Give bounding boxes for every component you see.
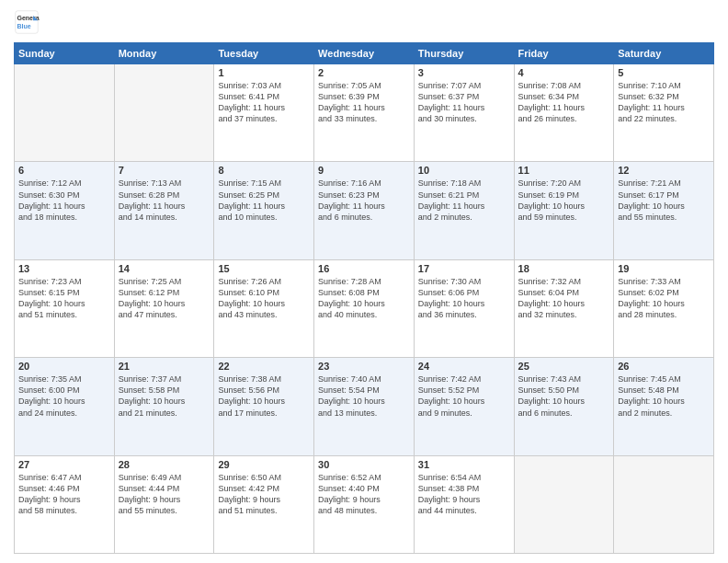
day-number: 11 <box>518 165 610 176</box>
calendar-cell: 9Sunrise: 7:16 AM Sunset: 6:23 PM Daylig… <box>314 162 415 259</box>
day-number: 18 <box>518 263 610 274</box>
cell-daylight-info: Sunrise: 7:43 AM Sunset: 5:50 PM Dayligh… <box>518 373 610 419</box>
cell-daylight-info: Sunrise: 7:03 AM Sunset: 6:41 PM Dayligh… <box>218 80 310 125</box>
cell-daylight-info: Sunrise: 7:18 AM Sunset: 6:21 PM Dayligh… <box>418 178 510 223</box>
cell-daylight-info: Sunrise: 7:33 AM Sunset: 6:02 PM Dayligh… <box>618 276 710 321</box>
calendar-header-saturday: Saturday <box>614 43 714 64</box>
day-number: 27 <box>18 459 110 470</box>
day-number: 13 <box>18 263 110 274</box>
calendar-cell: 23Sunrise: 7:40 AM Sunset: 5:54 PM Dayli… <box>314 358 415 455</box>
day-number: 26 <box>618 361 710 372</box>
calendar-cell <box>114 64 214 162</box>
calendar-cell: 26Sunrise: 7:45 AM Sunset: 5:48 PM Dayli… <box>614 358 714 455</box>
calendar-header-friday: Friday <box>514 43 614 64</box>
svg-text:Blue: Blue <box>17 23 31 29</box>
calendar-cell: 17Sunrise: 7:30 AM Sunset: 6:06 PM Dayli… <box>414 259 514 357</box>
cell-daylight-info: Sunrise: 7:10 AM Sunset: 6:32 PM Dayligh… <box>618 80 710 125</box>
header: General Blue <box>14 9 714 35</box>
calendar-week-row: 6Sunrise: 7:12 AM Sunset: 6:30 PM Daylig… <box>15 162 714 259</box>
cell-daylight-info: Sunrise: 7:38 AM Sunset: 5:56 PM Dayligh… <box>218 373 310 419</box>
day-number: 5 <box>618 67 710 78</box>
cell-daylight-info: Sunrise: 6:54 AM Sunset: 4:38 PM Dayligh… <box>418 472 510 517</box>
day-number: 2 <box>318 67 410 78</box>
day-number: 16 <box>318 263 410 274</box>
cell-daylight-info: Sunrise: 7:13 AM Sunset: 6:28 PM Dayligh… <box>119 178 210 223</box>
calendar-cell: 8Sunrise: 7:15 AM Sunset: 6:25 PM Daylig… <box>214 162 314 259</box>
calendar-cell: 27Sunrise: 6:47 AM Sunset: 4:46 PM Dayli… <box>15 455 115 553</box>
day-number: 30 <box>318 459 410 470</box>
cell-daylight-info: Sunrise: 7:15 AM Sunset: 6:25 PM Dayligh… <box>218 178 310 223</box>
day-number: 19 <box>618 263 710 274</box>
calendar-cell: 3Sunrise: 7:07 AM Sunset: 6:37 PM Daylig… <box>414 64 514 162</box>
calendar-cell: 28Sunrise: 6:49 AM Sunset: 4:44 PM Dayli… <box>114 455 214 553</box>
calendar-cell: 7Sunrise: 7:13 AM Sunset: 6:28 PM Daylig… <box>114 162 214 259</box>
calendar-cell: 25Sunrise: 7:43 AM Sunset: 5:50 PM Dayli… <box>514 358 614 455</box>
calendar-cell: 31Sunrise: 6:54 AM Sunset: 4:38 PM Dayli… <box>414 455 514 553</box>
calendar-cell: 5Sunrise: 7:10 AM Sunset: 6:32 PM Daylig… <box>614 64 714 162</box>
logo: General Blue <box>14 9 40 35</box>
calendar-cell: 6Sunrise: 7:12 AM Sunset: 6:30 PM Daylig… <box>15 162 115 259</box>
calendar-cell: 24Sunrise: 7:42 AM Sunset: 5:52 PM Dayli… <box>414 358 514 455</box>
day-number: 20 <box>18 361 110 372</box>
page: General Blue SundayMondayTuesdayWednesda… <box>0 0 728 563</box>
calendar-cell: 29Sunrise: 6:50 AM Sunset: 4:42 PM Dayli… <box>214 455 314 553</box>
day-number: 6 <box>18 165 110 176</box>
day-number: 1 <box>218 67 310 78</box>
cell-daylight-info: Sunrise: 6:52 AM Sunset: 4:40 PM Dayligh… <box>318 472 410 517</box>
day-number: 23 <box>318 361 410 372</box>
calendar-cell: 13Sunrise: 7:23 AM Sunset: 6:15 PM Dayli… <box>15 259 115 357</box>
logo-icon: General Blue <box>14 9 40 35</box>
calendar-cell: 4Sunrise: 7:08 AM Sunset: 6:34 PM Daylig… <box>514 64 614 162</box>
day-number: 15 <box>218 263 310 274</box>
cell-daylight-info: Sunrise: 7:07 AM Sunset: 6:37 PM Dayligh… <box>418 80 510 125</box>
day-number: 3 <box>418 67 510 78</box>
calendar-week-row: 13Sunrise: 7:23 AM Sunset: 6:15 PM Dayli… <box>15 259 714 357</box>
cell-daylight-info: Sunrise: 7:12 AM Sunset: 6:30 PM Dayligh… <box>18 178 110 223</box>
calendar-cell: 12Sunrise: 7:21 AM Sunset: 6:17 PM Dayli… <box>614 162 714 259</box>
calendar-cell <box>15 64 115 162</box>
calendar-week-row: 20Sunrise: 7:35 AM Sunset: 6:00 PM Dayli… <box>15 358 714 455</box>
cell-daylight-info: Sunrise: 7:21 AM Sunset: 6:17 PM Dayligh… <box>618 178 710 223</box>
calendar-cell: 15Sunrise: 7:26 AM Sunset: 6:10 PM Dayli… <box>214 259 314 357</box>
cell-daylight-info: Sunrise: 7:35 AM Sunset: 6:00 PM Dayligh… <box>18 373 110 419</box>
day-number: 28 <box>119 459 210 470</box>
calendar-cell: 20Sunrise: 7:35 AM Sunset: 6:00 PM Dayli… <box>15 358 115 455</box>
day-number: 22 <box>218 361 310 372</box>
day-number: 14 <box>119 263 210 274</box>
calendar-cell: 10Sunrise: 7:18 AM Sunset: 6:21 PM Dayli… <box>414 162 514 259</box>
calendar-week-row: 27Sunrise: 6:47 AM Sunset: 4:46 PM Dayli… <box>15 455 714 553</box>
calendar-header-tuesday: Tuesday <box>214 43 314 64</box>
day-number: 31 <box>418 459 510 470</box>
calendar-cell: 18Sunrise: 7:32 AM Sunset: 6:04 PM Dayli… <box>514 259 614 357</box>
day-number: 17 <box>418 263 510 274</box>
day-number: 7 <box>119 165 210 176</box>
day-number: 10 <box>418 165 510 176</box>
cell-daylight-info: Sunrise: 6:49 AM Sunset: 4:44 PM Dayligh… <box>119 472 210 517</box>
calendar-cell: 30Sunrise: 6:52 AM Sunset: 4:40 PM Dayli… <box>314 455 415 553</box>
calendar-cell: 16Sunrise: 7:28 AM Sunset: 6:08 PM Dayli… <box>314 259 415 357</box>
day-number: 25 <box>518 361 610 372</box>
calendar-cell: 22Sunrise: 7:38 AM Sunset: 5:56 PM Dayli… <box>214 358 314 455</box>
calendar-header-monday: Monday <box>114 43 214 64</box>
calendar-week-row: 1Sunrise: 7:03 AM Sunset: 6:41 PM Daylig… <box>15 64 714 162</box>
cell-daylight-info: Sunrise: 7:05 AM Sunset: 6:39 PM Dayligh… <box>318 80 410 125</box>
calendar-cell <box>614 455 714 553</box>
cell-daylight-info: Sunrise: 6:47 AM Sunset: 4:46 PM Dayligh… <box>18 472 110 517</box>
calendar-header-sunday: Sunday <box>15 43 115 64</box>
calendar-header-thursday: Thursday <box>414 43 514 64</box>
cell-daylight-info: Sunrise: 7:42 AM Sunset: 5:52 PM Dayligh… <box>418 373 510 419</box>
cell-daylight-info: Sunrise: 6:50 AM Sunset: 4:42 PM Dayligh… <box>218 472 310 517</box>
day-number: 12 <box>618 165 710 176</box>
calendar-cell <box>514 455 614 553</box>
calendar-header-wednesday: Wednesday <box>314 43 415 64</box>
day-number: 21 <box>119 361 210 372</box>
cell-daylight-info: Sunrise: 7:20 AM Sunset: 6:19 PM Dayligh… <box>518 178 610 223</box>
cell-daylight-info: Sunrise: 7:45 AM Sunset: 5:48 PM Dayligh… <box>618 373 710 419</box>
calendar-cell: 21Sunrise: 7:37 AM Sunset: 5:58 PM Dayli… <box>114 358 214 455</box>
cell-daylight-info: Sunrise: 7:32 AM Sunset: 6:04 PM Dayligh… <box>518 276 610 321</box>
calendar-header-row: SundayMondayTuesdayWednesdayThursdayFrid… <box>15 43 714 64</box>
cell-daylight-info: Sunrise: 7:40 AM Sunset: 5:54 PM Dayligh… <box>318 373 410 419</box>
calendar-cell: 11Sunrise: 7:20 AM Sunset: 6:19 PM Dayli… <box>514 162 614 259</box>
calendar-cell: 2Sunrise: 7:05 AM Sunset: 6:39 PM Daylig… <box>314 64 415 162</box>
calendar-cell: 14Sunrise: 7:25 AM Sunset: 6:12 PM Dayli… <box>114 259 214 357</box>
